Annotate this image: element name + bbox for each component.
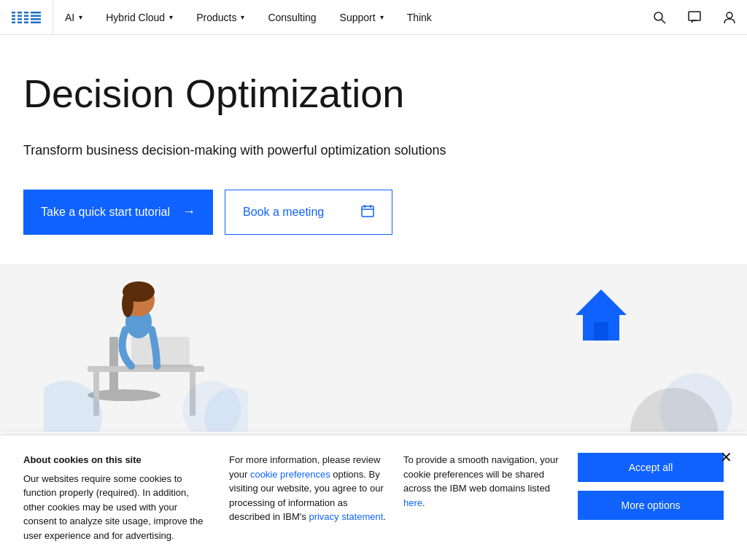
- arrow-icon: →: [182, 204, 196, 219]
- cookie-title: About cookies on this site: [23, 453, 212, 467]
- products-chevron-icon: ▾: [241, 13, 244, 21]
- search-button[interactable]: [642, 0, 677, 35]
- user-button[interactable]: [712, 0, 747, 35]
- svg-point-7: [654, 12, 662, 20]
- svg-point-10: [727, 12, 732, 18]
- hybrid-cloud-chevron-icon: ▾: [169, 13, 173, 21]
- svg-rect-9: [689, 12, 700, 20]
- nav-items-container: AI ▾ Hybrid Cloud ▾ Products ▾ Consultin…: [53, 0, 642, 34]
- search-icon: [652, 10, 667, 25]
- nav-item-products[interactable]: Products ▾: [185, 0, 256, 34]
- cta-buttons-container: Take a quick start tutorial → Book a mee…: [23, 190, 724, 235]
- nav-item-support[interactable]: Support ▾: [328, 0, 395, 34]
- svg-rect-6: [28, 12, 31, 23]
- cookie-col-1: About cookies on this site Our websites …: [23, 453, 212, 542]
- calendar-icon: [361, 204, 374, 220]
- nav-item-consulting[interactable]: Consulting: [256, 0, 328, 34]
- cookie-banner: About cookies on this site Our websites …: [0, 435, 747, 560]
- book-meeting-button[interactable]: Book a meeting: [225, 190, 392, 235]
- svg-point-25: [122, 291, 133, 317]
- quick-start-button[interactable]: Take a quick start tutorial →: [23, 190, 213, 235]
- chat-button[interactable]: [677, 0, 712, 35]
- cookie-preferences-link[interactable]: cookie preferences: [250, 469, 330, 480]
- ibm-logo: [12, 12, 41, 23]
- deco-circle-bottom: [630, 373, 718, 432]
- main-navigation: AI ▾ Hybrid Cloud ▾ Products ▾ Consultin…: [0, 0, 747, 35]
- page-title: Decision Optimization: [23, 70, 724, 117]
- nav-item-think[interactable]: Think: [395, 0, 444, 34]
- user-icon: [722, 10, 737, 25]
- privacy-link[interactable]: privacy statement: [309, 511, 383, 522]
- close-cookie-button[interactable]: ✕: [720, 450, 732, 464]
- nav-item-ai[interactable]: AI ▾: [53, 0, 94, 34]
- cookie-body1: Our websites require some cookies to fun…: [23, 473, 203, 541]
- cookie-body3-prefix: To provide a smooth navigation, your coo…: [403, 454, 558, 494]
- page-subtitle: Transform business decision-making with …: [23, 141, 476, 160]
- nav-item-hybrid-cloud[interactable]: Hybrid Cloud ▾: [94, 0, 185, 34]
- cookie-col-3: To provide a smooth navigation, your coo…: [403, 453, 560, 510]
- svg-line-8: [662, 20, 665, 23]
- accept-all-button[interactable]: Accept all: [578, 453, 724, 482]
- cookie-col-2: For more information, please review your…: [229, 453, 386, 524]
- ibm-logo-container[interactable]: [0, 0, 53, 34]
- cookie-body2-end: .: [383, 511, 386, 522]
- svg-rect-4: [15, 12, 18, 23]
- svg-rect-11: [362, 206, 374, 217]
- cookie-actions: Accept all More options: [578, 453, 724, 520]
- illustration-section: [0, 264, 747, 432]
- here-link[interactable]: here: [403, 497, 422, 508]
- support-chevron-icon: ▾: [380, 13, 384, 21]
- svg-rect-5: [22, 12, 24, 23]
- svg-point-30: [630, 388, 718, 432]
- hero-section: Decision Optimization Transform business…: [0, 35, 747, 264]
- chat-icon: [687, 10, 702, 25]
- house-icon: [572, 286, 630, 344]
- ai-chevron-icon: ▾: [79, 13, 82, 21]
- svg-rect-20: [131, 337, 190, 366]
- nav-actions: [642, 0, 747, 34]
- svg-rect-29: [594, 322, 608, 341]
- more-options-button[interactable]: More options: [578, 491, 724, 520]
- cookie-body3-end: .: [422, 497, 425, 508]
